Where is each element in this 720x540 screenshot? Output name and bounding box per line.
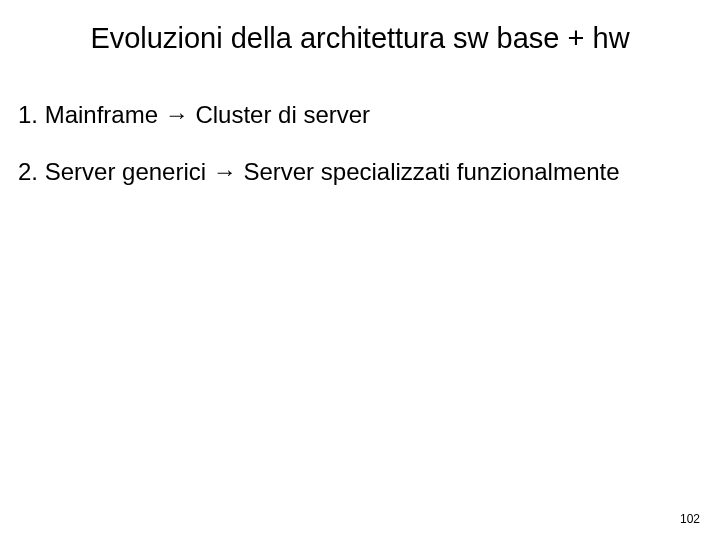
slide-title: Evoluzioni della architettura sw base + … xyxy=(0,0,720,55)
slide-container: Evoluzioni della architettura sw base + … xyxy=(0,0,720,540)
list-item: 1. Mainframe → Cluster di server xyxy=(18,99,702,130)
page-number: 102 xyxy=(680,512,700,526)
slide-content: 1. Mainframe → Cluster di server 2. Serv… xyxy=(0,55,720,187)
list-item: 2. Server generici → Server specializzat… xyxy=(18,156,702,187)
